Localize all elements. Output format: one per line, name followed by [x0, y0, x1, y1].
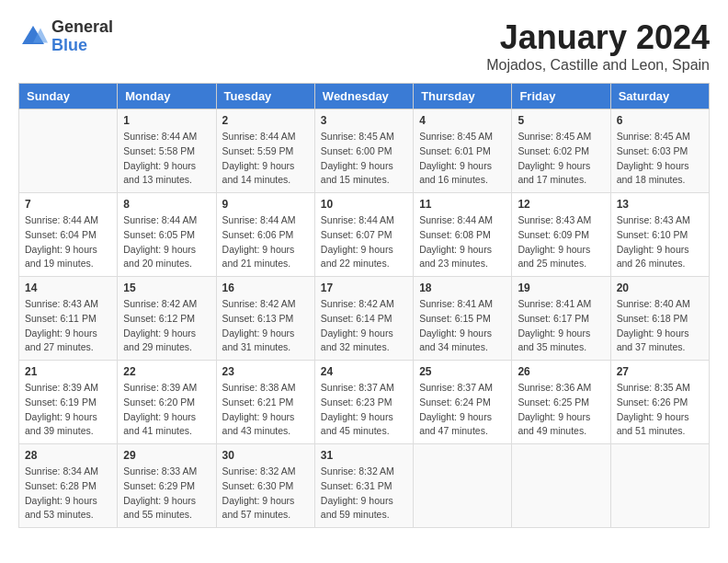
calendar-cell: 20Sunrise: 8:40 AM Sunset: 6:18 PM Dayli…: [610, 277, 709, 361]
day-number: 17: [321, 282, 407, 294]
calendar-cell: [512, 444, 610, 528]
calendar-cell: 3Sunrise: 8:45 AM Sunset: 6:00 PM Daylig…: [314, 109, 413, 193]
day-info: Sunrise: 8:44 AM Sunset: 6:06 PM Dayligh…: [222, 213, 309, 271]
day-number: 18: [419, 282, 506, 294]
calendar-body: 1Sunrise: 8:44 AM Sunset: 5:58 PM Daylig…: [19, 109, 710, 528]
logo-text: General Blue: [51, 18, 113, 55]
day-info: Sunrise: 8:43 AM Sunset: 6:10 PM Dayligh…: [617, 213, 703, 271]
day-info: Sunrise: 8:41 AM Sunset: 6:15 PM Dayligh…: [419, 297, 506, 355]
header-cell-tuesday: Tuesday: [216, 84, 314, 109]
day-number: 16: [222, 282, 309, 294]
day-number: 15: [123, 282, 210, 294]
day-info: Sunrise: 8:42 AM Sunset: 6:14 PM Dayligh…: [321, 297, 407, 355]
day-number: 30: [222, 449, 309, 462]
week-row-3: 14Sunrise: 8:43 AM Sunset: 6:11 PM Dayli…: [19, 277, 710, 361]
calendar-cell: 10Sunrise: 8:44 AM Sunset: 6:07 PM Dayli…: [314, 193, 413, 277]
header-cell-sunday: Sunday: [19, 84, 118, 109]
calendar-cell: 26Sunrise: 8:36 AM Sunset: 6:25 PM Dayli…: [512, 361, 610, 444]
day-info: Sunrise: 8:39 AM Sunset: 6:19 PM Dayligh…: [25, 381, 111, 439]
day-number: 26: [518, 365, 604, 378]
calendar-cell: 15Sunrise: 8:42 AM Sunset: 6:12 PM Dayli…: [118, 277, 216, 361]
location-subtitle: Mojados, Castille and Leon, Spain: [486, 57, 710, 74]
day-number: 9: [222, 198, 309, 211]
day-number: 23: [222, 365, 309, 378]
calendar-cell: [19, 109, 118, 193]
header-cell-thursday: Thursday: [414, 84, 512, 109]
day-info: Sunrise: 8:40 AM Sunset: 6:18 PM Dayligh…: [617, 297, 703, 355]
day-info: Sunrise: 8:44 AM Sunset: 6:07 PM Dayligh…: [321, 213, 407, 271]
logo-icon: [18, 22, 48, 52]
calendar-cell: 29Sunrise: 8:33 AM Sunset: 6:29 PM Dayli…: [118, 444, 216, 528]
day-number: 14: [25, 282, 111, 294]
logo: General Blue: [18, 18, 113, 55]
calendar-cell: 31Sunrise: 8:32 AM Sunset: 6:31 PM Dayli…: [314, 444, 413, 528]
day-info: Sunrise: 8:33 AM Sunset: 6:29 PM Dayligh…: [123, 465, 210, 523]
day-number: 1: [123, 114, 210, 127]
week-row-1: 1Sunrise: 8:44 AM Sunset: 5:58 PM Daylig…: [19, 109, 710, 193]
day-number: 12: [518, 198, 604, 211]
day-info: Sunrise: 8:32 AM Sunset: 6:30 PM Dayligh…: [222, 465, 309, 523]
day-info: Sunrise: 8:45 AM Sunset: 6:02 PM Dayligh…: [518, 130, 604, 188]
header-cell-monday: Monday: [118, 84, 216, 109]
calendar-cell: 21Sunrise: 8:39 AM Sunset: 6:19 PM Dayli…: [19, 361, 118, 444]
calendar-cell: 2Sunrise: 8:44 AM Sunset: 5:59 PM Daylig…: [216, 109, 314, 193]
day-number: 22: [123, 365, 210, 378]
calendar-cell: 12Sunrise: 8:43 AM Sunset: 6:09 PM Dayli…: [512, 193, 610, 277]
day-info: Sunrise: 8:44 AM Sunset: 6:08 PM Dayligh…: [419, 213, 506, 271]
logo-blue: Blue: [51, 37, 113, 55]
calendar-cell: 11Sunrise: 8:44 AM Sunset: 6:08 PM Dayli…: [414, 193, 512, 277]
logo-general: General: [51, 18, 113, 37]
day-info: Sunrise: 8:44 AM Sunset: 6:04 PM Dayligh…: [25, 213, 111, 271]
day-number: 19: [518, 282, 604, 294]
day-number: 11: [419, 198, 506, 211]
calendar-table: SundayMondayTuesdayWednesdayThursdayFrid…: [18, 83, 710, 528]
title-area: January 2024 Mojados, Castille and Leon,…: [486, 18, 710, 74]
calendar-header: SundayMondayTuesdayWednesdayThursdayFrid…: [19, 84, 710, 109]
day-number: 10: [321, 198, 407, 211]
calendar-cell: 16Sunrise: 8:42 AM Sunset: 6:13 PM Dayli…: [216, 277, 314, 361]
day-info: Sunrise: 8:37 AM Sunset: 6:23 PM Dayligh…: [321, 381, 407, 439]
day-info: Sunrise: 8:45 AM Sunset: 6:00 PM Dayligh…: [321, 130, 407, 188]
page-header: General Blue January 2024 Mojados, Casti…: [18, 18, 710, 74]
day-info: Sunrise: 8:32 AM Sunset: 6:31 PM Dayligh…: [321, 465, 407, 523]
calendar-cell: [414, 444, 512, 528]
week-row-2: 7Sunrise: 8:44 AM Sunset: 6:04 PM Daylig…: [19, 193, 710, 277]
day-number: 29: [123, 449, 210, 462]
day-number: 7: [25, 198, 111, 211]
day-info: Sunrise: 8:37 AM Sunset: 6:24 PM Dayligh…: [419, 381, 506, 439]
calendar-cell: 1Sunrise: 8:44 AM Sunset: 5:58 PM Daylig…: [118, 109, 216, 193]
day-info: Sunrise: 8:45 AM Sunset: 6:01 PM Dayligh…: [419, 130, 506, 188]
day-number: 6: [617, 114, 703, 127]
day-info: Sunrise: 8:34 AM Sunset: 6:28 PM Dayligh…: [25, 465, 111, 523]
calendar-cell: 17Sunrise: 8:42 AM Sunset: 6:14 PM Dayli…: [314, 277, 413, 361]
day-info: Sunrise: 8:44 AM Sunset: 6:05 PM Dayligh…: [123, 213, 210, 271]
day-number: 5: [518, 114, 604, 127]
day-number: 27: [617, 365, 703, 378]
week-row-4: 21Sunrise: 8:39 AM Sunset: 6:19 PM Dayli…: [19, 361, 710, 444]
calendar-cell: 24Sunrise: 8:37 AM Sunset: 6:23 PM Dayli…: [314, 361, 413, 444]
day-number: 24: [321, 365, 407, 378]
day-number: 13: [617, 198, 703, 211]
day-number: 25: [419, 365, 506, 378]
calendar-cell: 13Sunrise: 8:43 AM Sunset: 6:10 PM Dayli…: [610, 193, 709, 277]
day-number: 8: [123, 198, 210, 211]
header-cell-wednesday: Wednesday: [314, 84, 413, 109]
day-number: 3: [321, 114, 407, 127]
day-info: Sunrise: 8:42 AM Sunset: 6:13 PM Dayligh…: [222, 297, 309, 355]
header-cell-saturday: Saturday: [610, 84, 709, 109]
calendar-cell: 14Sunrise: 8:43 AM Sunset: 6:11 PM Dayli…: [19, 277, 118, 361]
week-row-5: 28Sunrise: 8:34 AM Sunset: 6:28 PM Dayli…: [19, 444, 710, 528]
calendar-cell: 6Sunrise: 8:45 AM Sunset: 6:03 PM Daylig…: [610, 109, 709, 193]
calendar-cell: 27Sunrise: 8:35 AM Sunset: 6:26 PM Dayli…: [610, 361, 709, 444]
calendar-cell: 8Sunrise: 8:44 AM Sunset: 6:05 PM Daylig…: [118, 193, 216, 277]
day-info: Sunrise: 8:35 AM Sunset: 6:26 PM Dayligh…: [617, 381, 703, 439]
day-info: Sunrise: 8:39 AM Sunset: 6:20 PM Dayligh…: [123, 381, 210, 439]
calendar-cell: 19Sunrise: 8:41 AM Sunset: 6:17 PM Dayli…: [512, 277, 610, 361]
header-row: SundayMondayTuesdayWednesdayThursdayFrid…: [19, 84, 710, 109]
day-number: 20: [617, 282, 703, 294]
day-number: 28: [25, 449, 111, 462]
day-info: Sunrise: 8:43 AM Sunset: 6:09 PM Dayligh…: [518, 213, 604, 271]
calendar-cell: 4Sunrise: 8:45 AM Sunset: 6:01 PM Daylig…: [414, 109, 512, 193]
header-cell-friday: Friday: [512, 84, 610, 109]
day-info: Sunrise: 8:45 AM Sunset: 6:03 PM Dayligh…: [617, 130, 703, 188]
